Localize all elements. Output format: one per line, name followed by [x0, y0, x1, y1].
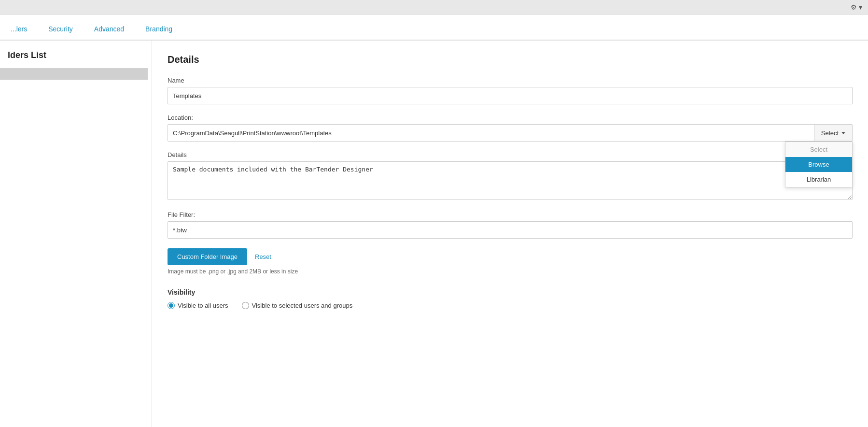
visibility-radio-group: Visible to all users Visible to selected…	[168, 302, 853, 309]
chevron-down-icon	[841, 132, 845, 134]
details-textarea[interactable]: Sample documents included with the BarTe…	[168, 161, 853, 200]
radio-all-users-label: Visible to all users	[178, 302, 228, 309]
name-label: Name	[168, 77, 853, 84]
custom-folder-image-button[interactable]: Custom Folder Image	[168, 248, 247, 265]
select-btn-wrapper: Select Select Browse Librarian	[814, 124, 853, 142]
gear-icon[interactable]: ⚙ ▾	[851, 3, 862, 11]
main-layout: lders List Details Name Location: Select	[0, 41, 868, 427]
details-title: Details	[168, 54, 853, 65]
name-group: Name	[168, 77, 853, 104]
dropdown-item-browse[interactable]: Browse	[785, 157, 852, 172]
top-bar: ⚙ ▾	[0, 0, 868, 14]
visibility-selected-users[interactable]: Visible to selected users and groups	[242, 302, 353, 309]
visibility-title: Visibility	[168, 288, 853, 296]
file-filter-label: File Filter:	[168, 211, 853, 218]
details-label: Details	[168, 151, 853, 158]
image-hint: Image must be .png or .jpg and 2MB or le…	[168, 268, 853, 275]
tab-advanced[interactable]: Advanced	[84, 18, 135, 41]
visibility-all-users[interactable]: Visible to all users	[168, 302, 228, 309]
location-label: Location:	[168, 114, 853, 121]
details-group: Details Sample documents included with t…	[168, 151, 853, 201]
dropdown-item-librarian[interactable]: Librarian	[785, 172, 852, 187]
tab-security[interactable]: Security	[38, 18, 84, 41]
select-btn-label: Select	[821, 129, 839, 137]
tab-branding[interactable]: Branding	[135, 18, 183, 41]
radio-selected-users-label: Visible to selected users and groups	[252, 302, 353, 309]
tab-folders[interactable]: ...lers	[0, 18, 38, 41]
custom-image-btn-row: Custom Folder Image Reset	[168, 248, 853, 265]
custom-folder-image-group: Custom Folder Image Reset Image must be …	[168, 248, 853, 275]
location-input[interactable]	[168, 124, 814, 142]
file-filter-input[interactable]	[168, 221, 853, 239]
sidebar-title: lders List	[0, 41, 152, 66]
sidebar-list[interactable]	[0, 66, 152, 427]
radio-all-users[interactable]	[168, 302, 175, 309]
tab-bar: ...lers Security Advanced Branding	[0, 14, 868, 41]
location-group: Location: Select Select Browse Librarian	[168, 114, 853, 142]
reset-button[interactable]: Reset	[249, 248, 277, 265]
radio-selected-users[interactable]	[242, 302, 249, 309]
name-input[interactable]	[168, 87, 853, 104]
select-dropdown-button[interactable]: Select	[814, 124, 853, 142]
visibility-section: Visibility Visible to all users Visible …	[168, 288, 853, 309]
content-area: Details Name Location: Select Select	[152, 41, 868, 427]
sidebar: lders List	[0, 41, 152, 427]
location-row: Select Select Browse Librarian	[168, 124, 853, 142]
dropdown-item-select[interactable]: Select	[785, 142, 852, 157]
sidebar-placeholder-item	[0, 68, 148, 80]
select-dropdown-menu: Select Browse Librarian	[785, 142, 853, 187]
file-filter-group: File Filter:	[168, 211, 853, 239]
